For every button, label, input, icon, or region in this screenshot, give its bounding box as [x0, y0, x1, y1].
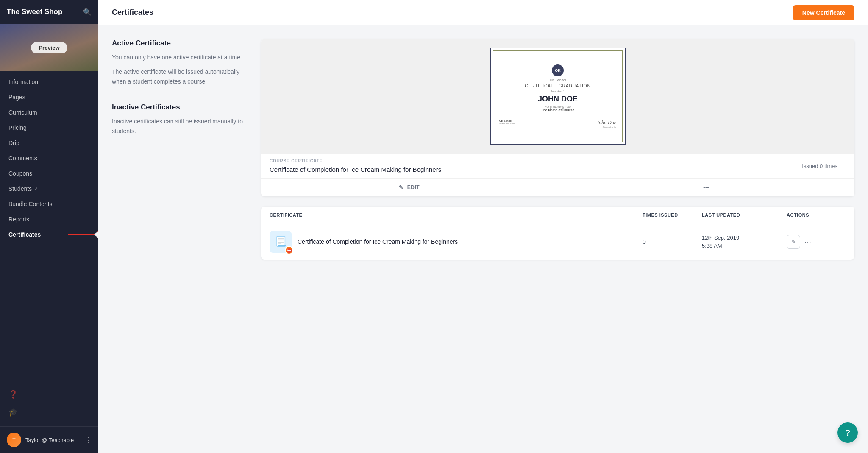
more-dots: •••	[703, 185, 709, 190]
cert-image: OK OK School CERTIFICATE GRADUATION Awar…	[490, 48, 626, 145]
sidebar-item-label: Curriculum	[8, 109, 37, 116]
sidebar-item-students[interactable]: Students ↗	[0, 181, 98, 196]
col-times-issued: TIMES ISSUED	[643, 213, 702, 218]
sidebar-item-reports[interactable]: Reports	[0, 212, 98, 227]
cert-name-text: Certificate of Completion for Ice Cream …	[270, 166, 441, 173]
sidebar-item-pricing[interactable]: Pricing	[0, 120, 98, 135]
row-more-options-button[interactable]: ⋯	[804, 238, 811, 246]
sidebar-footer: T Taylor @ Teachable ⋮	[0, 426, 98, 453]
active-cert-desc1: You can only have one active certificate…	[112, 53, 248, 62]
table-header: CERTIFICATE TIMES ISSUED LAST UPDATED AC…	[261, 207, 854, 224]
cert-preview-area: OK OK School CERTIFICATE GRADUATION Awar…	[261, 39, 854, 154]
search-icon[interactable]: 🔍	[83, 8, 92, 16]
sidebar-item-label: Reports	[8, 216, 29, 223]
sidebar-item-label: Bundle Contents	[8, 201, 53, 207]
help-button[interactable]: ?	[837, 422, 858, 443]
col-certificate: CERTIFICATE	[270, 213, 643, 218]
cert-course-name: The Name of Course	[541, 108, 574, 112]
graduation-icon[interactable]: 🎓	[0, 403, 98, 421]
last-updated-date: 12th Sep. 2019	[702, 234, 787, 242]
user-name: Taylor @ Teachable	[25, 437, 74, 443]
nav-arrow	[94, 230, 98, 239]
page-title: Certificates	[112, 8, 153, 17]
cert-school-name: OK School	[550, 78, 566, 82]
cover-overlay: Preview	[0, 24, 98, 71]
right-panel: OK OK School CERTIFICATE GRADUATION Awar…	[261, 39, 854, 439]
new-certificate-button[interactable]: New Certificate	[793, 5, 854, 20]
user-info: T Taylor @ Teachable	[7, 433, 74, 447]
active-cert-title: Active Certificate	[112, 39, 248, 48]
main-area: Certificates New Certificate Active Cert…	[98, 0, 868, 453]
sidebar: The Sweet Shop 🔍 Preview Information Pag…	[0, 0, 98, 453]
cert-for-text: For graduating from	[545, 105, 570, 108]
topbar: Certificates New Certificate	[98, 0, 868, 25]
cert-row-name: Certificate of Completion for Ice Cream …	[298, 238, 458, 245]
cert-issued-count: Issued 0 times	[793, 163, 846, 169]
avatar: T	[7, 433, 21, 447]
cert-signature: John Doe John Instructor	[597, 120, 616, 129]
content-area: Active Certificate You can only have one…	[98, 25, 868, 453]
left-panel: Active Certificate You can only have one…	[112, 39, 248, 439]
edit-certificate-button[interactable]: ✎ EDIT	[261, 179, 558, 196]
cert-school-avatar: OK	[552, 64, 564, 76]
sidebar-item-pages[interactable]: Pages	[0, 89, 98, 105]
actions-cell: ✎ ⋯	[787, 235, 846, 249]
active-cert-card: OK OK School CERTIFICATE GRADUATION Awar…	[261, 39, 854, 196]
preview-button[interactable]: Preview	[31, 42, 67, 53]
edit-label: EDIT	[407, 185, 420, 190]
cert-row-icon: 📃 ⛔	[270, 231, 292, 253]
table-row: 📃 ⛔ Certificate of Completion for Ice Cr…	[261, 224, 854, 260]
sidebar-item-label: Certificates	[8, 231, 41, 238]
cert-label: COURSE CERTIFICATE	[270, 159, 441, 163]
certificate-icon: 📃	[275, 236, 287, 247]
external-link-icon: ↗	[34, 186, 38, 192]
sidebar-item-bundle-contents[interactable]: Bundle Contents	[0, 196, 98, 212]
help-icon[interactable]: ❓	[0, 386, 98, 403]
col-last-updated: LAST UPDATED	[702, 213, 787, 218]
sidebar-item-label: Students	[8, 185, 32, 192]
cert-recipient-name: JOHN DOE	[538, 95, 578, 103]
more-options-button[interactable]: •••	[558, 179, 855, 196]
sidebar-item-certificates[interactable]: Certificates	[0, 227, 98, 242]
cert-info-row: COURSE CERTIFICATE Certificate of Comple…	[261, 154, 854, 178]
inactive-cert-description: Inactive Certificates Inactive certifica…	[112, 103, 248, 136]
active-cert-desc2: The active certificate will be issued au…	[112, 67, 248, 86]
inactive-cert-title: Inactive Certificates	[112, 103, 248, 112]
inactive-certs-table: CERTIFICATE TIMES ISSUED LAST UPDATED AC…	[261, 207, 854, 260]
cert-awarded-text: Awarded to	[550, 90, 565, 93]
cert-school-footer: OK School 9241276819396	[499, 120, 515, 129]
cert-actions-bar: ✎ EDIT •••	[261, 178, 854, 196]
sidebar-item-drip[interactable]: Drip	[0, 135, 98, 151]
sidebar-header: The Sweet Shop 🔍	[0, 0, 98, 24]
times-issued-value: 0	[643, 238, 702, 245]
sidebar-item-label: Pricing	[8, 124, 27, 131]
sidebar-item-label: Information	[8, 78, 38, 85]
sidebar-item-comments[interactable]: Comments	[0, 151, 98, 166]
cert-row-info: 📃 ⛔ Certificate of Completion for Ice Cr…	[270, 231, 643, 253]
inactive-cert-desc: Inactive certificates can still be issue…	[112, 117, 248, 136]
sidebar-item-label: Comments	[8, 155, 37, 162]
sidebar-item-label: Pages	[8, 94, 25, 101]
cert-badge-icon: ⛔	[285, 246, 293, 254]
sidebar-item-information[interactable]: Information	[0, 74, 98, 89]
active-cert-description: Active Certificate You can only have one…	[112, 39, 248, 86]
last-updated-value: 12th Sep. 2019 5:38 AM	[702, 234, 787, 250]
last-updated-time: 5:38 AM	[702, 242, 787, 250]
cert-footer: OK School 9241276819396 John Doe John In…	[499, 120, 616, 129]
sidebar-bottom-icons: ❓ 🎓	[0, 380, 98, 426]
sidebar-item-label: Coupons	[8, 170, 32, 177]
course-cover: Preview	[0, 24, 98, 71]
edit-icon: ✎	[399, 185, 403, 190]
app-logo: The Sweet Shop	[7, 8, 62, 16]
cert-details: COURSE CERTIFICATE Certificate of Comple…	[270, 159, 441, 173]
sidebar-item-coupons[interactable]: Coupons	[0, 166, 98, 181]
col-actions: ACTIONS	[787, 213, 846, 218]
sidebar-nav: Information Pages Curriculum Pricing Dri…	[0, 71, 98, 380]
cert-heading: CERTIFICATE GRADUATION	[525, 84, 590, 88]
edit-row-button[interactable]: ✎	[787, 235, 800, 249]
user-menu-dots[interactable]: ⋮	[85, 436, 92, 444]
sidebar-item-curriculum[interactable]: Curriculum	[0, 105, 98, 120]
sidebar-item-label: Drip	[8, 140, 19, 146]
